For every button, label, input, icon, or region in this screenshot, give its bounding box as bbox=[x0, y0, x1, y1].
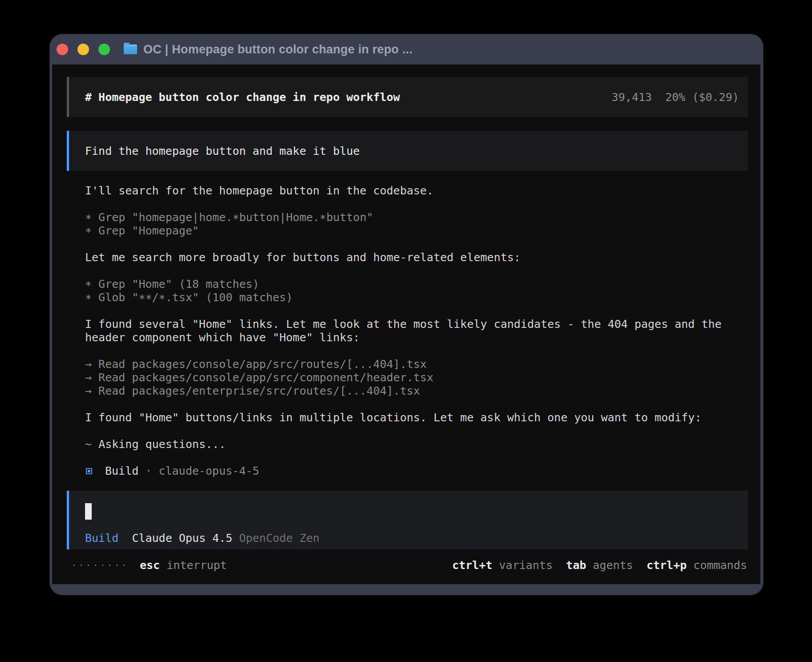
keyboard-hints: ctrl+t variants tab agents ctrl+p comman… bbox=[452, 559, 747, 572]
hint-key[interactable]: ctrl+p bbox=[646, 559, 686, 572]
esc-label: interrupt bbox=[166, 559, 227, 572]
agent-separator: · bbox=[138, 464, 158, 478]
spinner-dots bbox=[73, 558, 130, 572]
assistant-message: I found several "Home" links. Let me loo… bbox=[85, 318, 735, 344]
user-message-text: Find the homepage button and make it blu… bbox=[85, 145, 360, 157]
spinner-dot bbox=[88, 565, 89, 566]
agent-icon bbox=[86, 468, 92, 474]
input-statusline: Build Claude Opus 4.5 OpenCode Zen bbox=[85, 532, 748, 545]
window-title: OC | Homepage button color change in rep… bbox=[143, 43, 413, 57]
blank-line bbox=[85, 344, 735, 358]
spinner-dot bbox=[73, 565, 75, 566]
blank-line bbox=[85, 451, 735, 464]
hint-label: variants bbox=[492, 559, 566, 572]
session-stats: 39,413 20% ($0.29) bbox=[612, 91, 739, 104]
spinner-dot bbox=[102, 565, 103, 566]
tool-call-line: * Grep "Homepage" bbox=[85, 224, 735, 238]
blank-line bbox=[85, 304, 735, 318]
input-agent[interactable]: Build bbox=[85, 532, 118, 545]
hint-label: commands bbox=[687, 559, 747, 572]
blank-line bbox=[85, 264, 735, 278]
spinner-dot bbox=[95, 565, 96, 566]
blank-line bbox=[85, 398, 735, 411]
tool-call-line: → Read packages/console/app/src/routes/[… bbox=[85, 358, 735, 371]
tool-call-line: * Glob "**/*.tsx" (100 matches) bbox=[85, 291, 735, 304]
input-provider: OpenCode Zen bbox=[239, 532, 320, 545]
assistant-message: Let me search more broadly for buttons a… bbox=[85, 251, 735, 264]
spinner-dot bbox=[123, 565, 125, 566]
tool-call-line: → Read packages/enterprise/src/routes/[.… bbox=[85, 384, 735, 398]
session-title: # Homepage button color change in repo w… bbox=[85, 91, 400, 104]
status-line: ~ Asking questions... bbox=[85, 438, 735, 451]
assistant-message: I'll search for the homepage button in t… bbox=[85, 184, 735, 198]
minimize-button[interactable] bbox=[77, 44, 89, 55]
terminal-body: # Homepage button color change in repo w… bbox=[52, 65, 760, 584]
spinner-dot bbox=[109, 565, 110, 566]
hint-key[interactable]: tab bbox=[566, 559, 586, 572]
context-percent: 20% bbox=[665, 91, 685, 104]
zoom-button[interactable] bbox=[98, 44, 110, 55]
agent-model: claude-opus-4-5 bbox=[158, 464, 259, 478]
prompt-input[interactable]: Build Claude Opus 4.5 OpenCode Zen bbox=[67, 491, 748, 549]
esc-key[interactable]: esc bbox=[140, 559, 160, 572]
terminal-window: OC | Homepage button color change in rep… bbox=[50, 34, 763, 595]
text-cursor bbox=[85, 503, 92, 520]
agent-name: Build bbox=[105, 464, 138, 478]
status-text: Asking questions... bbox=[98, 438, 226, 451]
user-message: Find the homepage button and make it blu… bbox=[67, 131, 748, 171]
agent-row: Build · claude-opus-4-5 bbox=[85, 464, 735, 478]
input-model[interactable]: Claude Opus 4.5 bbox=[132, 532, 232, 545]
blank-line bbox=[85, 238, 735, 251]
spinner-dot bbox=[116, 565, 118, 566]
status-prefix: ~ bbox=[85, 438, 92, 451]
blank-line bbox=[85, 424, 735, 438]
assistant-message: I found "Home" buttons/links in multiple… bbox=[85, 411, 735, 424]
folder-icon bbox=[124, 44, 137, 54]
status-bar: esc interrupt ctrl+t variants tab agents… bbox=[67, 558, 748, 572]
hint-label: agents bbox=[586, 559, 646, 572]
tool-call-line: → Read packages/console/app/src/componen… bbox=[85, 371, 735, 384]
hint-key[interactable]: ctrl+t bbox=[452, 559, 492, 572]
titlebar[interactable]: OC | Homepage button color change in rep… bbox=[50, 34, 763, 65]
session-cost: ($0.29) bbox=[692, 91, 739, 104]
tool-call-line: * Grep "homepage|home.*button|Home.*butt… bbox=[85, 211, 735, 224]
session-header: # Homepage button color change in repo w… bbox=[67, 77, 748, 117]
tool-call-line: * Grep "Home" (18 matches) bbox=[85, 278, 735, 291]
spinner-dot bbox=[81, 565, 82, 566]
close-button[interactable] bbox=[57, 44, 68, 55]
token-count: 39,413 bbox=[612, 91, 652, 104]
blank-line bbox=[85, 198, 735, 211]
transcript: I'll search for the homepage button in t… bbox=[85, 184, 735, 478]
